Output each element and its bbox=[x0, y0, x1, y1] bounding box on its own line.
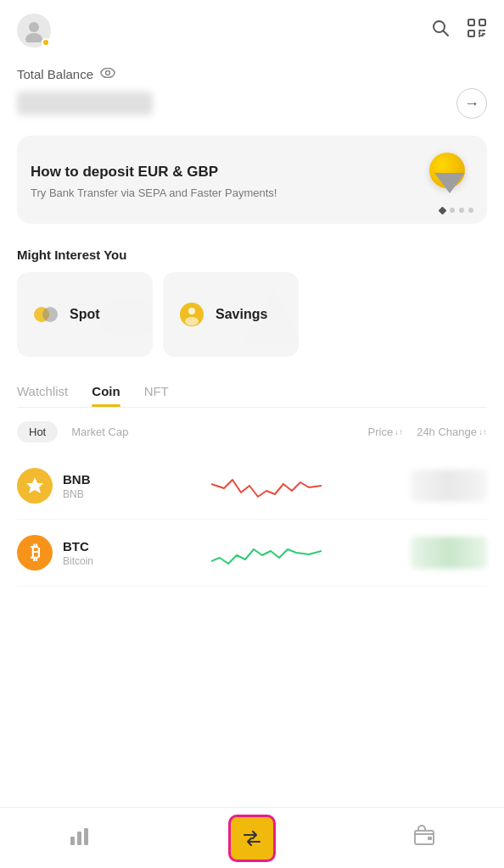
svg-point-7 bbox=[101, 69, 115, 78]
svg-point-16 bbox=[185, 317, 199, 326]
interest-cards-row: Spot Savings bbox=[0, 269, 504, 370]
header-actions bbox=[431, 18, 487, 43]
svg-rect-5 bbox=[479, 19, 485, 25]
bnb-price bbox=[402, 470, 487, 502]
svg-rect-19 bbox=[70, 837, 75, 845]
balance-label-row: Total Balance bbox=[17, 66, 487, 81]
bnb-name: BNB bbox=[63, 488, 131, 500]
svg-rect-6 bbox=[468, 31, 474, 36]
dot-2 bbox=[459, 208, 464, 213]
app-header bbox=[0, 0, 504, 58]
balance-amount-row: → bbox=[17, 88, 487, 119]
bnb-symbol: BNB bbox=[63, 472, 131, 487]
banner-subtitle: Try Bank Transfer via SEPA and Faster Pa… bbox=[31, 186, 277, 201]
filter-price[interactable]: Price ↓↑ bbox=[368, 426, 404, 438]
savings-icon bbox=[176, 299, 207, 330]
svg-line-3 bbox=[444, 31, 449, 36]
table-row[interactable]: BNB BNB bbox=[17, 453, 487, 520]
tab-coin[interactable]: Coin bbox=[92, 377, 120, 407]
interest-card-spot[interactable]: Spot bbox=[17, 272, 153, 357]
bnb-chart bbox=[131, 465, 402, 507]
filter-hot[interactable]: Hot bbox=[17, 421, 58, 442]
spot-bg-icon bbox=[93, 284, 153, 357]
spot-label: Spot bbox=[70, 307, 100, 322]
btc-icon: ₿ bbox=[17, 535, 53, 570]
total-balance-text: Total Balance bbox=[17, 67, 93, 81]
search-icon[interactable] bbox=[431, 19, 450, 42]
tabs-row: Watchlist Coin NFT bbox=[17, 377, 487, 408]
balance-section: Total Balance → bbox=[0, 58, 504, 125]
scan-icon[interactable] bbox=[467, 18, 487, 43]
tab-watchlist[interactable]: Watchlist bbox=[17, 377, 68, 407]
eye-icon[interactable] bbox=[100, 66, 115, 81]
wallet-icon bbox=[413, 825, 435, 852]
balance-amount-blur bbox=[17, 92, 153, 115]
tab-nft[interactable]: NFT bbox=[144, 377, 169, 407]
filter-24h-change[interactable]: 24h Change ↓↑ bbox=[417, 426, 487, 438]
btc-price bbox=[402, 537, 487, 569]
deposit-banner[interactable]: How to deposit EUR & GBP Try Bank Transf… bbox=[17, 136, 487, 224]
bnb-icon bbox=[17, 468, 53, 504]
banner-illustration bbox=[406, 153, 473, 212]
filter-row: Hot Market Cap Price ↓↑ 24h Change ↓↑ bbox=[0, 418, 504, 453]
svg-marker-18 bbox=[26, 477, 43, 493]
btc-name: Bitcoin bbox=[63, 555, 131, 567]
svg-point-0 bbox=[29, 22, 39, 32]
change-sort-icon: ↓↑ bbox=[479, 427, 487, 437]
filter-market-cap[interactable]: Market Cap bbox=[71, 426, 128, 438]
svg-point-8 bbox=[106, 71, 110, 75]
spot-icon bbox=[31, 299, 61, 330]
svg-point-15 bbox=[188, 308, 195, 314]
btc-info: BTC Bitcoin bbox=[63, 539, 131, 567]
bottom-nav bbox=[0, 807, 504, 868]
dot-3 bbox=[468, 208, 473, 213]
svg-rect-4 bbox=[468, 19, 474, 25]
interest-section-title: Might Interest You bbox=[0, 234, 504, 269]
btc-symbol: BTC bbox=[63, 539, 131, 554]
trade-button[interactable] bbox=[228, 815, 276, 862]
tabs-section: Watchlist Coin NFT bbox=[0, 370, 504, 408]
banner-text-block: How to deposit EUR & GBP Try Bank Transf… bbox=[31, 164, 277, 201]
btc-price-blur bbox=[411, 537, 487, 569]
banner-title: How to deposit EUR & GBP bbox=[31, 164, 277, 181]
interest-card-savings[interactable]: Savings bbox=[163, 272, 299, 357]
svg-point-13 bbox=[117, 299, 153, 337]
dot-active bbox=[439, 207, 447, 215]
avatar[interactable] bbox=[17, 14, 51, 47]
table-row[interactable]: ₿ BTC Bitcoin bbox=[17, 520, 487, 587]
nav-wallet[interactable] bbox=[396, 818, 452, 859]
nav-markets[interactable] bbox=[52, 818, 108, 859]
svg-marker-9 bbox=[434, 173, 465, 193]
svg-rect-21 bbox=[84, 828, 88, 845]
balance-arrow-button[interactable]: → bbox=[456, 88, 487, 119]
btc-chart bbox=[131, 531, 402, 574]
svg-rect-20 bbox=[77, 832, 81, 845]
bnb-info: BNB BNB bbox=[63, 472, 131, 500]
price-sort-icon: ↓↑ bbox=[395, 427, 403, 437]
nav-trade[interactable] bbox=[211, 808, 293, 869]
coin-list: BNB BNB ₿ BTC Bitcoin bbox=[0, 453, 504, 587]
svg-point-11 bbox=[42, 307, 58, 322]
svg-point-1 bbox=[25, 33, 42, 42]
banner-dots bbox=[440, 208, 473, 214]
svg-rect-23 bbox=[428, 837, 432, 840]
dot-1 bbox=[450, 208, 455, 213]
bnb-price-blur bbox=[411, 470, 487, 502]
bar-chart-icon bbox=[69, 825, 91, 852]
savings-label: Savings bbox=[216, 307, 267, 322]
